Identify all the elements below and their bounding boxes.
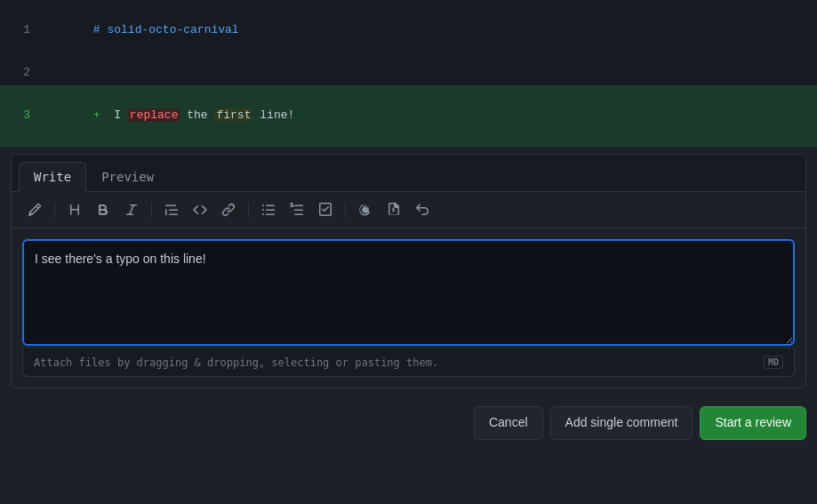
line-number-3: 3 [0, 107, 44, 124]
crossref-icon [387, 203, 401, 217]
italic-button[interactable] [119, 199, 144, 220]
code-line-1: 1 # solid-octo-carnival [0, 0, 817, 60]
divider-4 [345, 203, 346, 217]
attach-image-button[interactable] [22, 199, 47, 220]
quote-icon [164, 203, 179, 217]
link-button[interactable] [216, 199, 241, 220]
attach-bar: Attach files by dragging & dropping, sel… [22, 348, 795, 377]
ordered-list-button[interactable] [284, 199, 309, 220]
add-single-comment-button[interactable]: Add single comment [550, 406, 693, 440]
line-number-2: 2 [0, 64, 44, 82]
comment-textarea[interactable]: I see there's a typo on this line! [22, 239, 795, 346]
code-line-2: 2 [0, 60, 817, 85]
attach-image-icon [28, 203, 42, 217]
editor-toolbar [12, 192, 805, 228]
crossref-button[interactable] [381, 199, 406, 220]
action-bar: Cancel Add single comment Start a review [0, 396, 817, 451]
divider-3 [248, 203, 249, 217]
editor-area: I see there's a typo on this line! Attac… [12, 228, 805, 388]
start-review-button[interactable]: Start a review [700, 406, 806, 440]
code-line-3: 3 + I replace the first line! [0, 85, 817, 146]
ordered-list-icon [290, 203, 304, 217]
undo-button[interactable] [410, 199, 435, 220]
heading-icon [68, 203, 82, 217]
line-content-3: + I replace the first line! [44, 89, 301, 142]
editor-tabs: Write Preview [12, 155, 805, 192]
markdown-icon: MD [764, 356, 783, 369]
link-icon [221, 203, 236, 217]
mention-button[interactable] [353, 199, 378, 220]
code-icon [193, 203, 207, 217]
code-diff: 1 # solid-octo-carnival 2 3 + I replace … [0, 0, 817, 147]
line-number-1: 1 [0, 21, 44, 39]
attach-text: Attach files by dragging & dropping, sel… [34, 356, 438, 369]
bold-icon [96, 203, 110, 217]
quote-button[interactable] [159, 199, 184, 220]
bold-button[interactable] [91, 199, 116, 220]
heading-button[interactable] [62, 199, 87, 220]
mention-icon [358, 203, 372, 217]
code-button[interactable] [188, 199, 212, 220]
line-content-1: # solid-octo-carnival [44, 4, 246, 57]
tab-preview[interactable]: Preview [86, 162, 169, 192]
divider-2 [151, 203, 152, 217]
tab-write[interactable]: Write [19, 162, 86, 192]
comment-panel: Write Preview [11, 154, 806, 388]
italic-icon [124, 203, 139, 217]
divider-1 [54, 203, 55, 217]
undo-icon [415, 203, 429, 217]
unordered-list-button[interactable] [256, 199, 281, 220]
task-list-icon [318, 203, 332, 217]
cancel-button[interactable]: Cancel [474, 406, 543, 440]
unordered-list-icon [261, 203, 276, 217]
task-list-button[interactable] [313, 199, 338, 220]
